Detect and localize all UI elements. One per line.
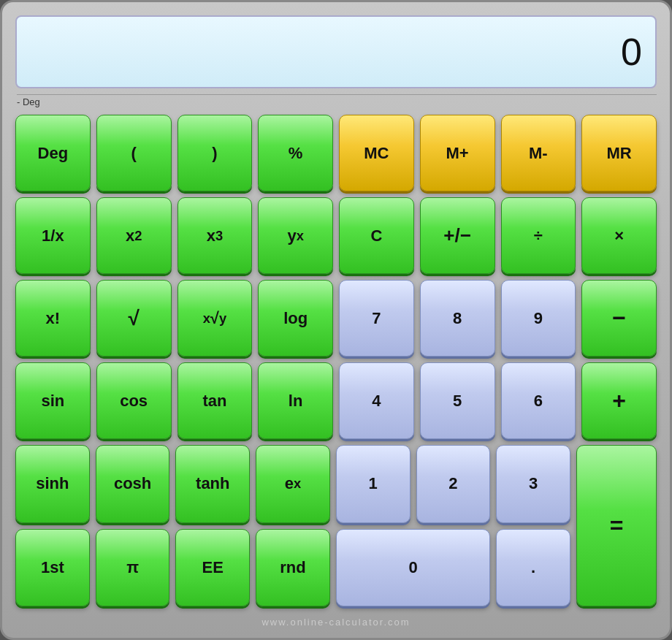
- eight-button[interactable]: 8: [420, 280, 495, 357]
- mplus-button[interactable]: M+: [420, 115, 495, 191]
- five-button[interactable]: 5: [420, 362, 495, 439]
- cube-button[interactable]: x3: [177, 197, 253, 274]
- rows-5-6-left: sinh cosh tanh ex 1 2 3 1st π EE rnd 0 .: [15, 445, 570, 606]
- divide-button[interactable]: ÷: [501, 197, 576, 274]
- mr-button[interactable]: MR: [581, 115, 657, 191]
- row-5: sinh cosh tanh ex 1 2 3: [15, 445, 570, 522]
- ee-button[interactable]: EE: [175, 529, 250, 606]
- row-4: sin cos tan ln 4 5 6 +: [15, 362, 657, 439]
- two-button[interactable]: 2: [416, 445, 491, 522]
- factorial-button[interactable]: x!: [15, 280, 91, 357]
- dot-button[interactable]: .: [496, 529, 570, 606]
- row-1: Deg ( ) % MC M+ M- MR: [15, 115, 657, 191]
- sinh-button[interactable]: sinh: [15, 445, 90, 522]
- equals-button[interactable]: =: [576, 445, 657, 606]
- rnd-button[interactable]: rnd: [256, 529, 330, 606]
- rows-5-6: sinh cosh tanh ex 1 2 3 1st π EE rnd 0 .: [15, 445, 657, 606]
- four-button[interactable]: 4: [339, 362, 414, 439]
- footer-url: www.online-calculator.com: [15, 614, 657, 631]
- three-button[interactable]: 3: [496, 445, 570, 522]
- sin-button[interactable]: sin: [15, 362, 91, 439]
- tan-button[interactable]: tan: [177, 362, 253, 439]
- yx-button[interactable]: yx: [258, 197, 333, 274]
- row-3: x! √ x√y log 7 8 9 −: [15, 280, 657, 357]
- row-2: 1/x x2 x3 yx C +/− ÷ ×: [15, 197, 657, 274]
- buttons-section: Deg ( ) % MC M+ M- MR 1/x x2 x3 yx C +/−…: [15, 115, 657, 606]
- nine-button[interactable]: 9: [501, 280, 576, 357]
- mminus-button[interactable]: M-: [501, 115, 576, 191]
- minus-button[interactable]: −: [581, 280, 657, 357]
- open-paren-button[interactable]: (: [96, 115, 172, 191]
- clear-button[interactable]: C: [339, 197, 414, 274]
- cos-button[interactable]: cos: [96, 362, 172, 439]
- plus-button[interactable]: +: [581, 362, 657, 439]
- inv-button[interactable]: 1/x: [15, 197, 91, 274]
- mc-button[interactable]: MC: [339, 115, 414, 191]
- display-value: 0: [621, 30, 642, 74]
- calculator: 0 - Deg Deg ( ) % MC M+ M- MR 1/x x2 x3 …: [0, 0, 672, 640]
- ln-button[interactable]: ln: [258, 362, 333, 439]
- xrty-button[interactable]: x√y: [177, 280, 253, 357]
- one-button[interactable]: 1: [336, 445, 411, 522]
- row-6: 1st π EE rnd 0 .: [15, 529, 570, 606]
- 1st-button[interactable]: 1st: [15, 529, 90, 606]
- display-area: 0: [15, 15, 657, 88]
- ex-button[interactable]: ex: [256, 445, 330, 522]
- seven-button[interactable]: 7: [339, 280, 414, 357]
- sqrt-button[interactable]: √: [96, 280, 172, 357]
- percent-button[interactable]: %: [258, 115, 333, 191]
- deg-button[interactable]: Deg: [15, 115, 91, 191]
- close-paren-button[interactable]: ): [177, 115, 253, 191]
- multiply-button[interactable]: ×: [581, 197, 657, 274]
- deg-label: - Deg: [17, 94, 657, 107]
- cosh-button[interactable]: cosh: [96, 445, 170, 522]
- log-button[interactable]: log: [258, 280, 333, 357]
- six-button[interactable]: 6: [501, 362, 576, 439]
- pi-button[interactable]: π: [96, 529, 170, 606]
- plusminus-button[interactable]: +/−: [420, 197, 495, 274]
- sq-button[interactable]: x2: [96, 197, 172, 274]
- tanh-button[interactable]: tanh: [175, 445, 250, 522]
- zero-button[interactable]: 0: [336, 529, 490, 606]
- equals-area: =: [576, 445, 657, 606]
